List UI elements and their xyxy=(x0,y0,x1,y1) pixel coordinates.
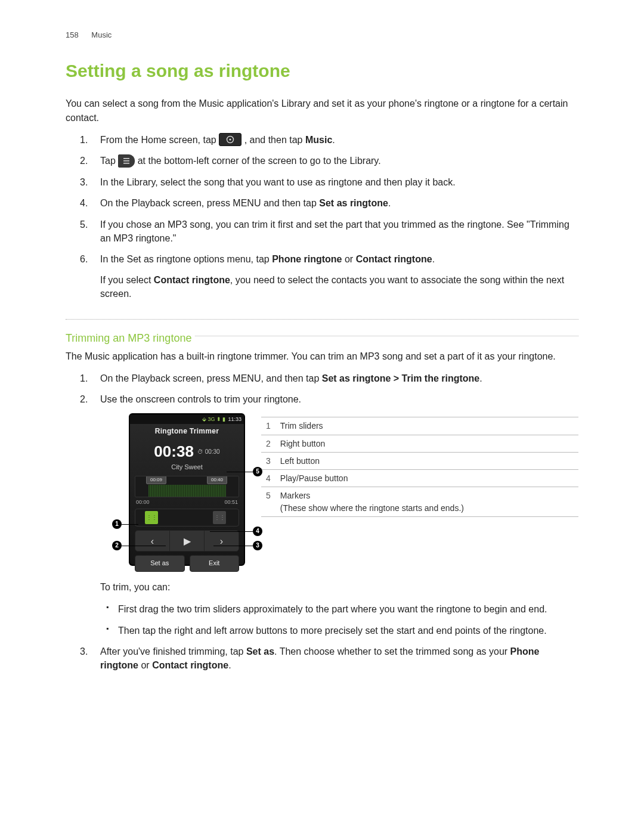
phone-screenshot: ⬙ 3G ⬍ ▮ 11:33 Ringtone Trimmer 00:38⏱ 0… xyxy=(129,413,245,566)
trim-slider-right xyxy=(213,511,226,524)
legend-table: 1Trim sliders 2Right button 3Left button… xyxy=(261,417,578,517)
intro-paragraph: You can select a song from the Music app… xyxy=(66,97,578,124)
callout-4: 4 xyxy=(253,527,262,536)
svg-rect-2 xyxy=(123,158,129,159)
trim-step-3: After you've finished trimming, tap Set … xyxy=(98,645,578,672)
track-name: City Sweet xyxy=(130,463,244,472)
step-5: If you chose an MP3 song, you can trim i… xyxy=(98,218,578,245)
selected-region xyxy=(148,485,226,497)
waveform: 00:09 00:40 xyxy=(135,476,239,497)
svg-point-1 xyxy=(230,139,231,141)
intro2-paragraph: The Music application has a built-in rin… xyxy=(66,349,578,363)
trim-step-1: On the Playback screen, press MENU, and … xyxy=(98,371,578,385)
step-2: Tap at the bottom-left corner of the scr… xyxy=(98,154,578,168)
step-1: From the Home screen, tap , and then tap… xyxy=(98,133,578,147)
svg-rect-3 xyxy=(123,160,129,162)
bullet-2: Then tap the right and left arrow button… xyxy=(118,624,578,637)
right-button: › xyxy=(205,531,239,551)
play-pause-button: ▶ xyxy=(170,531,205,551)
callout-3: 3 xyxy=(253,541,262,550)
bullet-1: First drag the two trim sliders approxim… xyxy=(118,602,578,616)
callout-2: 2 xyxy=(112,541,122,550)
page-number: 158 xyxy=(66,30,79,39)
library-icon xyxy=(118,154,135,168)
section-name: Music xyxy=(91,30,112,39)
trim-bullets: First drag the two trim sliders approxim… xyxy=(100,602,578,637)
set-as-button: Set as xyxy=(135,555,185,572)
step-3: In the Library, select the song that you… xyxy=(98,175,578,189)
apps-icon xyxy=(219,133,242,146)
marker-end: 00:40 xyxy=(207,476,227,484)
trim-step-2: Use the onscreen controls to trim your r… xyxy=(98,392,578,637)
exit-button: Exit xyxy=(190,555,240,572)
left-button: ‹ xyxy=(135,531,170,551)
divider xyxy=(195,336,578,336)
step-4: On the Playback screen, press MENU and t… xyxy=(98,196,578,210)
steps-list-1: From the Home screen, tap , and then tap… xyxy=(66,133,578,301)
status-bar: ⬙ 3G ⬍ ▮ 11:33 xyxy=(130,414,244,424)
steps-list-2: On the Playback screen, press MENU, and … xyxy=(66,371,578,672)
marker-start: 00:09 xyxy=(146,476,166,484)
elapsed-time: 00:38⏱ 00:30 xyxy=(130,439,244,463)
signal-icon: ⬙ 3G ⬍ ▮ xyxy=(202,416,226,423)
step-6: In the Set as ringtone options menu, tap… xyxy=(98,252,578,301)
callout-1: 1 xyxy=(112,519,122,529)
svg-rect-4 xyxy=(123,163,129,164)
page-title: Setting a song as ringtone xyxy=(66,58,578,84)
trim-sliders xyxy=(135,509,239,527)
screen-title: Ringtone Trimmer xyxy=(130,424,244,439)
playback-controls: ‹ ▶ › xyxy=(135,530,239,552)
clock-icon: ⏱ xyxy=(197,448,203,455)
time-row: 00:00 00:51 xyxy=(136,498,238,506)
status-clock: 11:33 xyxy=(228,416,242,423)
phone-figure: ⬙ 3G ⬍ ▮ 11:33 Ringtone Trimmer 00:38⏱ 0… xyxy=(100,413,249,568)
step-6-note: If you select Contact ringtone, you need… xyxy=(100,273,578,301)
trim-slider-left xyxy=(145,511,158,524)
to-trim-label: To trim, you can: xyxy=(100,580,578,594)
subsection-title: Trimming an MP3 ringtone xyxy=(66,330,191,346)
page-header: 158 Music xyxy=(66,30,578,41)
